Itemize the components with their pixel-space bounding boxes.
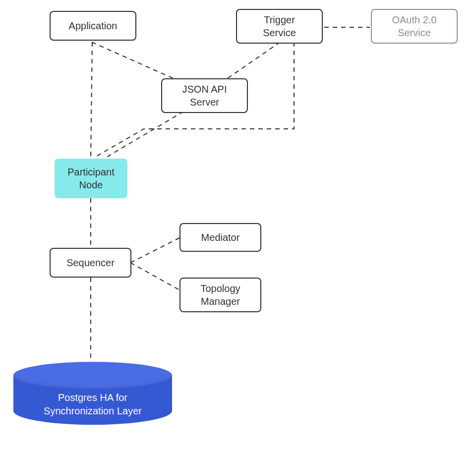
mediator-label: Mediator [201,231,240,244]
svg-line-7 [130,263,179,290]
oauth-service-label: OAuth 2.0 Service [392,13,436,39]
svg-line-1 [92,42,181,82]
svg-line-2 [226,42,280,79]
participant-node-label: Participant Node [67,166,115,191]
svg-line-6 [130,238,179,263]
application-node: Application [50,11,136,41]
topology-manager-node: Topology Manager [179,278,261,312]
oauth-service-node: OAuth 2.0 Service [371,9,458,44]
sequencer-label: Sequencer [66,256,115,269]
svg-line-4 [91,42,92,159]
mediator-node: Mediator [179,223,261,252]
json-api-node: JSON API Server [161,78,248,113]
architecture-diagram: Application Trigger Service OAuth 2.0 Se… [0,0,476,455]
application-label: Application [69,19,118,32]
participant-node: Participant Node [55,159,127,198]
svg-line-3 [104,112,183,159]
cylinder-top-icon [13,362,172,389]
json-api-label: JSON API Server [182,83,227,109]
postgres-cylinder: Postgres HA for Synchronization Layer [13,362,172,436]
trigger-service-label: Trigger Service [263,13,296,39]
sequencer-node: Sequencer [50,248,131,278]
trigger-service-node: Trigger Service [236,9,323,44]
topology-manager-label: Topology Manager [200,282,240,308]
postgres-label: Postgres HA for Synchronization Layer [44,391,142,418]
